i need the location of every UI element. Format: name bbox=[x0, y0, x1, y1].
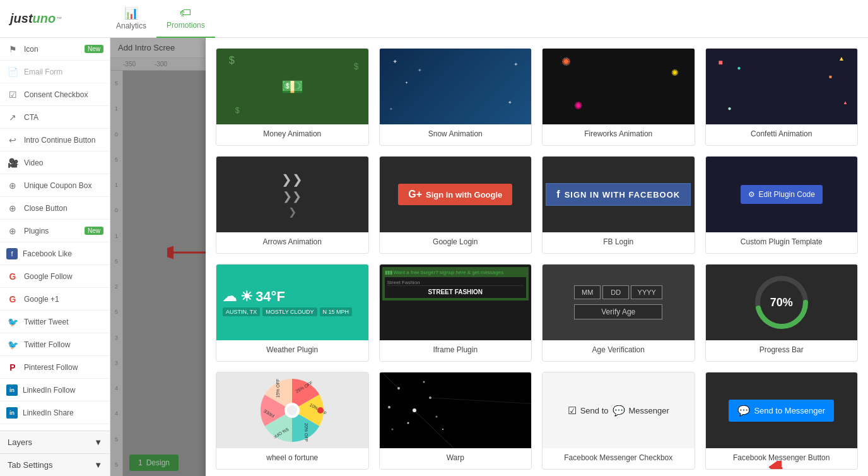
sidebar-item-cta[interactable]: ↗ CTA bbox=[0, 106, 110, 129]
badge-new-icon: New bbox=[85, 45, 103, 53]
plugin-card-custom-plugin[interactable]: ⚙ Edit Plugin Code Custom Plugin Templat… bbox=[705, 156, 859, 254]
sidebar-item-video[interactable]: 🎥 Video bbox=[0, 152, 110, 174]
plugin-name-snow: Snow Animation bbox=[380, 124, 532, 143]
plugin-thumb-arrows: ❯❯ ❯❯ ❯ bbox=[216, 157, 368, 232]
svg-text:15% OFF: 15% OFF bbox=[276, 379, 280, 398]
video-icon: 🎥 bbox=[6, 158, 19, 168]
promotions-label: Promotions bbox=[167, 21, 205, 30]
verify-age-btn: Verify Age bbox=[574, 304, 662, 319]
sidebar-footer: Layers ▼ Tab Settings ▼ bbox=[0, 431, 110, 476]
plugin-name-messenger-cb: Facebook Messenger Checkbox bbox=[542, 448, 695, 467]
plugin-card-messenger-btn[interactable]: 💬 Send to Messenger Facebook Messenger B… bbox=[705, 372, 859, 470]
svg-text:20% OFF: 20% OFF bbox=[304, 423, 308, 442]
sidebar-label-intro: Intro Continue Button bbox=[24, 136, 103, 145]
plugin-card-google-login[interactable]: G+ Sign in with Google Google Login bbox=[379, 156, 532, 254]
layers-label: Layers bbox=[8, 437, 32, 447]
plugin-card-wheel[interactable]: 10% OFF 20% OFF 5% OFF FREE 15% OFF 25% … bbox=[216, 372, 369, 470]
plugin-thumb-money: 💵 $ $ $ bbox=[216, 49, 368, 124]
svg-point-17 bbox=[435, 416, 437, 418]
sidebar-label-plugins: Plugins bbox=[24, 227, 82, 235]
email-icon: 📄 bbox=[6, 67, 19, 77]
sidebar-item-google-plus[interactable]: G Google +1 bbox=[0, 288, 110, 311]
plugin-thumb-fireworks: ✺ ✺ ✺ bbox=[542, 49, 695, 124]
sidebar-item-unique-coupon[interactable]: ⊕ Unique Coupon Box bbox=[0, 174, 110, 197]
sidebar-label-twitter-follow: Twitter Follow bbox=[24, 340, 103, 349]
plugin-thumb-weather: ☁ ☀34°F AUSTIN, TX MOSTLY CLOUDY N 15 MP… bbox=[216, 265, 368, 340]
tab-settings-label: Tab Settings bbox=[8, 460, 53, 470]
plugin-thumb-warp bbox=[380, 372, 532, 448]
plugin-card-messenger-cb[interactable]: ☑ Send to 💬 Messenger Facebook Messenger… bbox=[542, 372, 695, 470]
plugin-grid: 💵 $ $ $ Money Animation bbox=[206, 38, 868, 476]
plugin-card-warp[interactable]: Warp bbox=[379, 372, 532, 470]
plugin-name-money: Money Animation bbox=[216, 124, 368, 143]
sidebar-item-icon[interactable]: ⚑ Icon New bbox=[0, 38, 110, 61]
sidebar-item-linkedin-follow[interactable]: in LinkedIn Follow bbox=[0, 379, 110, 402]
twitter-follow-icon: 🐦 bbox=[6, 340, 19, 350]
svg-point-19 bbox=[423, 381, 425, 383]
sidebar-item-linkedin-share[interactable]: in LinkedIn Share bbox=[0, 402, 110, 424]
sidebar-label-icon: Icon bbox=[24, 45, 82, 54]
plugin-name-wheel: wheel o fortune bbox=[216, 448, 368, 467]
svg-line-22 bbox=[414, 410, 506, 448]
sidebar-item-twitter-follow[interactable]: 🐦 Twitter Follow bbox=[0, 333, 110, 356]
intro-icon: ↩ bbox=[6, 135, 19, 145]
analytics-label: Analytics bbox=[116, 21, 146, 30]
plugin-card-progress[interactable]: 70% Progress Bar bbox=[705, 264, 859, 362]
sidebar-label-consent: Consent Checkbox bbox=[24, 90, 103, 99]
close-icon: ⊕ bbox=[6, 203, 19, 213]
sidebar-label-coupon: Unique Coupon Box bbox=[24, 181, 103, 190]
age-mm-input bbox=[574, 285, 601, 299]
pinterest-icon: P bbox=[6, 362, 19, 372]
svg-line-24 bbox=[430, 398, 532, 404]
plugin-thumb-custom: ⚙ Edit Plugin Code bbox=[706, 157, 858, 232]
sidebar-label-google-follow: Google Follow bbox=[24, 272, 103, 281]
plugin-card-money-animation[interactable]: 💵 $ $ $ Money Animation bbox=[216, 48, 369, 146]
tab-analytics[interactable]: 📊 Analytics bbox=[106, 0, 156, 38]
plugin-card-confetti[interactable]: ■ ● ▲ ■ ● ▲ Confetti Animation bbox=[705, 48, 859, 146]
plugin-card-fireworks[interactable]: ✺ ✺ ✺ Fireworks Animation bbox=[542, 48, 695, 146]
plugin-card-age[interactable]: Verify Age Age Verification bbox=[542, 264, 695, 362]
plugin-card-fb-login[interactable]: f SIGN IN WITH FACEBOOK FB Login bbox=[542, 156, 695, 254]
plugin-thumb-progress: 70% bbox=[706, 265, 858, 340]
tab-promotions[interactable]: 🏷 Promotions bbox=[156, 0, 215, 38]
sidebar-item-plugins[interactable]: ⊕ Plugins New bbox=[0, 220, 110, 242]
linkedin-share-icon: in bbox=[6, 407, 18, 419]
sidebar-label-cta: CTA bbox=[24, 113, 103, 122]
sidebar-item-twitter-tweet[interactable]: 🐦 Twitter Tweet bbox=[0, 311, 110, 333]
sidebar-item-email-form[interactable]: 📄 Email Form bbox=[0, 61, 110, 83]
layers-section[interactable]: Layers ▼ bbox=[0, 431, 110, 453]
canvas-area: Add Intro Scree -350 -300 51051015253344… bbox=[110, 38, 868, 476]
checkbox-icon: ☑ bbox=[6, 90, 19, 100]
plugin-card-weather[interactable]: ☁ ☀34°F AUSTIN, TX MOSTLY CLOUDY N 15 MP… bbox=[216, 264, 369, 362]
sidebar-label-google-plus: Google +1 bbox=[24, 295, 103, 304]
sidebar-item-google-follow[interactable]: G Google Follow bbox=[0, 265, 110, 288]
plugin-name-progress: Progress Bar bbox=[706, 340, 858, 359]
plugin-card-snow-animation[interactable]: ✦ ✦ ✦ ✦ ✦ ✦ Snow Animation bbox=[379, 48, 532, 146]
sidebar-item-pinterest[interactable]: P Pinterest Follow bbox=[0, 356, 110, 379]
flag-icon: ⚑ bbox=[6, 44, 19, 54]
tab-settings-section[interactable]: Tab Settings ▼ bbox=[0, 453, 110, 476]
coupon-icon: ⊕ bbox=[6, 181, 19, 191]
sidebar-item-consent-checkbox[interactable]: ☑ Consent Checkbox bbox=[0, 83, 110, 106]
sidebar-item-intro-continue[interactable]: ↩ Intro Continue Button bbox=[0, 129, 110, 152]
svg-point-20 bbox=[442, 429, 443, 430]
sidebar-item-facebook-like[interactable]: f Facebook Like bbox=[0, 242, 110, 265]
plugin-thumb-wheel: 10% OFF 20% OFF 5% OFF FREE 15% OFF 25% … bbox=[216, 372, 368, 448]
sidebar-label-video: Video bbox=[24, 158, 103, 167]
plugin-icon: ⊕ bbox=[6, 226, 19, 236]
plugin-thumb-google-login: G+ Sign in with Google bbox=[380, 157, 532, 232]
facebook-icon: f bbox=[6, 248, 18, 259]
sidebar-label-fb-like: Facebook Like bbox=[23, 249, 103, 258]
logo: justuno™ bbox=[0, 11, 106, 26]
svg-point-11 bbox=[287, 405, 297, 415]
sidebar-label-linkedin-follow: LinkedIn Follow bbox=[23, 386, 103, 395]
main-layout: ⚑ Icon New 📄 Email Form ☑ Consent Checkb… bbox=[0, 38, 868, 476]
header: justuno™ 📊 Analytics 🏷 Promotions bbox=[0, 0, 868, 38]
plugin-name-iframe: Iframe Plugin bbox=[380, 340, 532, 359]
google-icon: G bbox=[6, 271, 19, 282]
plugin-card-iframe[interactable]: ▮▮▮ Want a free burger? signup here & ge… bbox=[379, 264, 532, 362]
plugin-thumb-iframe: ▮▮▮ Want a free burger? signup here & ge… bbox=[380, 265, 532, 340]
plugin-name-warp: Warp bbox=[380, 448, 532, 467]
sidebar-item-close-button[interactable]: ⊕ Close Button bbox=[0, 197, 110, 220]
plugin-card-arrows[interactable]: ❯❯ ❯❯ ❯ Arrows Animation bbox=[216, 156, 369, 254]
